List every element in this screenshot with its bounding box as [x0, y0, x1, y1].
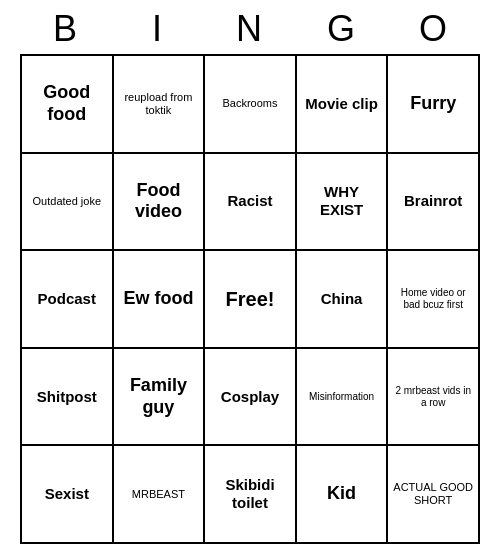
bingo-cell-3: Movie clip [296, 55, 388, 153]
bingo-grid: Good foodreupload from toktikBackroomsMo… [20, 54, 480, 544]
bingo-cell-24: ACTUAL GOOD SHORT [387, 445, 479, 543]
bingo-cell-17: Cosplay [204, 348, 296, 446]
bingo-cell-0: Good food [21, 55, 113, 153]
bingo-cell-13: China [296, 250, 388, 348]
bingo-cell-19: 2 mrbeast vids in a row [387, 348, 479, 446]
bingo-cell-15: Shitpost [21, 348, 113, 446]
title-i: I [116, 8, 200, 50]
bingo-cell-16: Family guy [113, 348, 205, 446]
title-n: N [208, 8, 292, 50]
bingo-cell-12: Free! [204, 250, 296, 348]
bingo-cell-18: Misinformation [296, 348, 388, 446]
title-b: B [24, 8, 108, 50]
bingo-cell-20: Sexist [21, 445, 113, 543]
bingo-cell-4: Furry [387, 55, 479, 153]
bingo-cell-22: Skibidi toilet [204, 445, 296, 543]
bingo-cell-10: Podcast [21, 250, 113, 348]
title-g: G [300, 8, 384, 50]
bingo-cell-14: Home video or bad bcuz first [387, 250, 479, 348]
bingo-cell-23: Kid [296, 445, 388, 543]
bingo-cell-9: Brainrot [387, 153, 479, 251]
bingo-cell-6: Food video [113, 153, 205, 251]
bingo-cell-1: reupload from toktik [113, 55, 205, 153]
title-o: O [392, 8, 476, 50]
bingo-cell-21: MRBEAST [113, 445, 205, 543]
bingo-cell-5: Outdated joke [21, 153, 113, 251]
bingo-cell-8: WHY EXIST [296, 153, 388, 251]
bingo-cell-2: Backrooms [204, 55, 296, 153]
bingo-cell-11: Ew food [113, 250, 205, 348]
bingo-title: B I N G O [20, 0, 480, 54]
bingo-cell-7: Racist [204, 153, 296, 251]
